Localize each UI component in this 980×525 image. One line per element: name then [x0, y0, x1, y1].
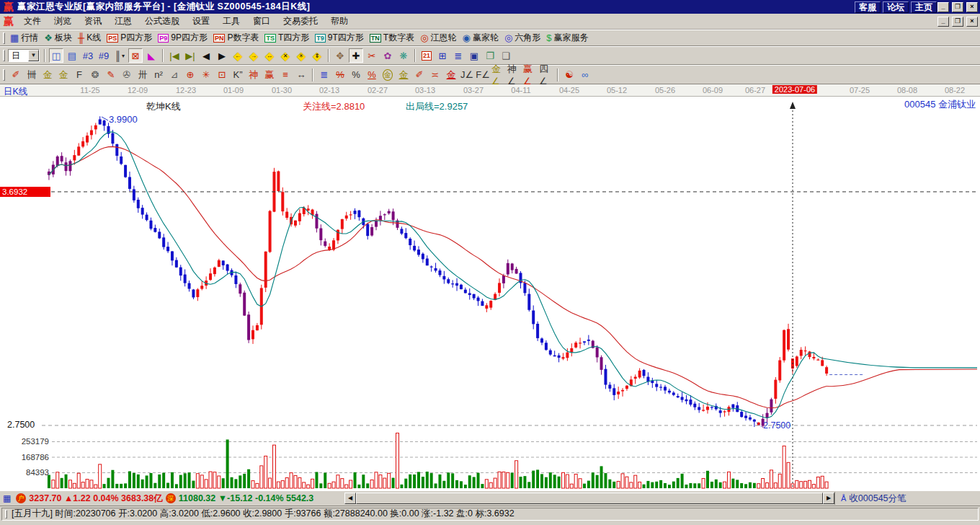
- child-window-minimize-button[interactable]: _: [937, 17, 949, 27]
- erase-tool-icon[interactable]: ✂: [365, 48, 379, 63]
- win-comb-icon[interactable]: 赢: [262, 68, 277, 82]
- toolbar-grip[interactable]: [3, 32, 5, 44]
- pattern-window-icon[interactable]: ◫: [49, 48, 63, 63]
- n2-icon[interactable]: n²: [151, 68, 166, 82]
- four-angle-icon[interactable]: 四∠: [539, 68, 553, 82]
- scrollbar-thumb[interactable]: [356, 493, 823, 504]
- menu-item-3[interactable]: 江恩: [108, 13, 138, 30]
- toolbar-grip[interactable]: [3, 69, 5, 81]
- window-close-button[interactable]: ×: [966, 2, 978, 12]
- crosshair-tool-icon[interactable]: ✚: [349, 48, 363, 63]
- comb-icon[interactable]: 卅: [135, 68, 150, 82]
- zoom-all-icon[interactable]: ◆✳: [294, 48, 308, 63]
- pen-ruler-icon[interactable]: ✎: [104, 68, 118, 82]
- child-window-restore-button[interactable]: ❐: [952, 17, 963, 27]
- chart-canvas[interactable]: [0, 97, 980, 490]
- f10-info-icon[interactable]: ▤: [65, 48, 79, 63]
- scroll-left-button[interactable]: ◀: [344, 493, 356, 504]
- star-wheel-icon[interactable]: ✳: [199, 68, 213, 82]
- j-angle-icon[interactable]: J∠: [460, 68, 474, 82]
- menu-item-9[interactable]: 帮助: [324, 13, 355, 30]
- red-rail-icon[interactable]: ≍: [428, 68, 442, 82]
- shanghai-index-icon[interactable]: 户: [16, 493, 26, 503]
- tick-panel-toggle[interactable]: Å 收000545分笔: [834, 492, 979, 505]
- hand-tool-icon[interactable]: ✥: [333, 48, 347, 63]
- titlebar-button-1[interactable]: 论坛: [883, 1, 909, 13]
- period-select[interactable]: 日▼: [8, 49, 40, 62]
- save-icon[interactable]: ▣: [467, 48, 481, 63]
- t9-square-button[interactable]: T99T四方形: [313, 31, 366, 45]
- kline-button[interactable]: ╫K线: [76, 31, 103, 45]
- report-icon[interactable]: ≣: [451, 48, 466, 63]
- gann-wheel-button[interactable]: ◎江恩轮: [418, 31, 458, 45]
- quotes-button[interactable]: ▦行情: [8, 31, 40, 45]
- candle-style-icon[interactable]: ║▾: [112, 48, 127, 63]
- dropdown-arrow-icon[interactable]: ▼: [28, 50, 39, 61]
- zoom-h-icon[interactable]: ◆↔: [262, 48, 277, 63]
- zoom-v-icon[interactable]: ◆⇕: [310, 48, 324, 63]
- percent-icon[interactable]: %: [349, 68, 363, 82]
- titlebar-button-0[interactable]: 客服: [855, 1, 881, 13]
- gold-lines-icon[interactable]: 金: [396, 68, 411, 82]
- menu-item-4[interactable]: 公式选股: [138, 13, 186, 30]
- matrix-icon[interactable]: ⊞: [435, 48, 450, 63]
- calendar-icon[interactable]: 21: [419, 48, 434, 63]
- menu-item-2[interactable]: 资讯: [78, 13, 108, 30]
- clock-cycle-icon[interactable]: ✇: [120, 68, 134, 82]
- kline-chart[interactable]: 乾坤K线 关注线=2.8810 出局线=2.9257 3.9900 3.6932…: [0, 97, 980, 490]
- gold-comb2-icon[interactable]: 金: [56, 68, 71, 82]
- first-page-icon[interactable]: |◀: [167, 48, 182, 63]
- gold-angle-icon[interactable]: 金∠: [491, 68, 506, 82]
- winner-service-button[interactable]: $赢家服务: [544, 31, 590, 45]
- titlebar-button-2[interactable]: 主页: [911, 1, 937, 13]
- square-wheel-icon[interactable]: ⊡: [215, 68, 229, 82]
- winner-wheel-button[interactable]: ◉赢家轮: [460, 31, 501, 45]
- gold-comb-icon[interactable]: 金: [40, 68, 55, 82]
- yinyang-icon[interactable]: ☯: [562, 68, 576, 82]
- p-number-button[interactable]: PNP数字表: [211, 31, 262, 45]
- infinity-icon[interactable]: ∞: [578, 68, 592, 82]
- scrollbar-track[interactable]: [356, 493, 823, 504]
- scroll-right-button[interactable]: ▶: [823, 493, 834, 504]
- brush-icon[interactable]: ✐: [9, 68, 23, 82]
- bars9-chart-icon[interactable]: #9: [97, 48, 111, 63]
- width-measure-icon[interactable]: ↔: [294, 68, 308, 82]
- child-window-close-button[interactable]: ×: [966, 17, 978, 27]
- menu-item-7[interactable]: 窗口: [246, 13, 277, 30]
- window-restore-button[interactable]: ❐: [952, 2, 963, 12]
- sectors-button[interactable]: ❖板块: [42, 31, 74, 45]
- percent-strike-icon[interactable]: %: [333, 68, 347, 82]
- zoom-left-icon[interactable]: ◆←: [231, 48, 245, 63]
- shen-comb-icon[interactable]: 神: [246, 68, 261, 82]
- menu-item-1[interactable]: 浏览: [48, 13, 78, 30]
- p9-square-button[interactable]: P99P四方形: [156, 31, 210, 45]
- hexagon-button[interactable]: ◎六角形: [502, 31, 543, 45]
- price-scale-icon[interactable]: ≣: [317, 68, 331, 82]
- shenzhen-index-icon[interactable]: 深: [166, 493, 176, 503]
- f-comb-icon[interactable]: F: [72, 68, 86, 82]
- shen-angle-icon[interactable]: 神∠: [507, 68, 522, 82]
- coil-tool-icon[interactable]: ❋: [396, 48, 411, 63]
- menu-item-8[interactable]: 交易委托: [277, 13, 324, 30]
- p-square-button[interactable]: PSP四方形: [104, 31, 154, 45]
- pen-gold-icon[interactable]: ✐: [412, 68, 427, 82]
- percent-line-icon[interactable]: %: [365, 68, 379, 82]
- prev-candle-icon[interactable]: ◀: [199, 48, 213, 63]
- win-angle-icon[interactable]: 赢∠: [523, 68, 538, 82]
- remote-sync-icon[interactable]: ❑: [499, 48, 513, 63]
- grid-comb-icon[interactable]: 卌: [24, 68, 39, 82]
- color-chart-icon[interactable]: ◣: [144, 48, 159, 63]
- qiankun-kline-icon[interactable]: ⊠: [128, 48, 143, 63]
- zoom-right-icon[interactable]: ◆→: [246, 48, 261, 63]
- menu-item-6[interactable]: 工具: [216, 13, 246, 30]
- ruler-123-icon[interactable]: ≡: [278, 68, 293, 82]
- bars3-chart-icon[interactable]: #3: [81, 48, 95, 63]
- gold-under-icon[interactable]: 金: [444, 68, 458, 82]
- export-image-icon[interactable]: ❐: [483, 48, 497, 63]
- time-spiral-icon[interactable]: ❂: [88, 68, 102, 82]
- quote-table-icon[interactable]: ▦: [3, 494, 11, 503]
- angle-tool-icon[interactable]: ⊿: [167, 68, 182, 82]
- zoom-reset-icon[interactable]: ◆✕: [278, 48, 293, 63]
- k-mark-icon[interactable]: K”: [231, 68, 245, 82]
- gold-circle-icon[interactable]: 金: [380, 68, 395, 82]
